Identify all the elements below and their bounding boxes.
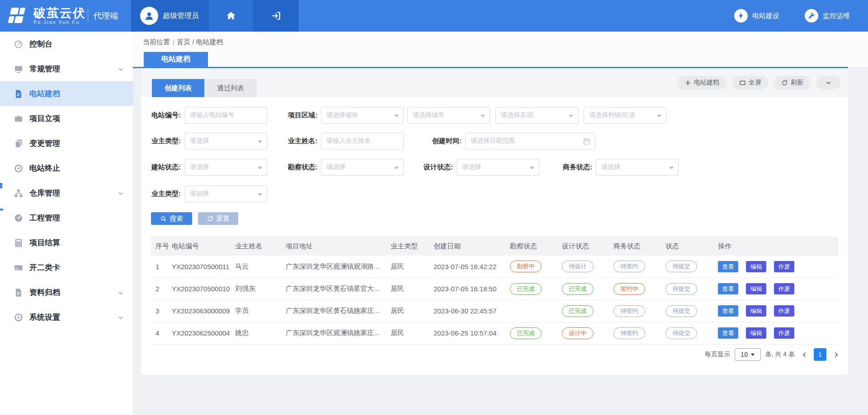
next-page-button[interactable] <box>831 348 841 361</box>
brand-logo: 破茧云伏 Po Jian Yun Fu 代理端 <box>0 0 131 32</box>
sidebar-item-console[interactable]: 控制台 <box>0 32 133 56</box>
date-range-input[interactable]: 请选择日期范围 <box>465 133 595 149</box>
user-menu[interactable]: 超级管理员 <box>131 0 208 32</box>
wrench-icon <box>805 9 818 23</box>
sidebar-item-engineering-mgmt[interactable]: 工程管理 <box>0 205 133 230</box>
column-header: 电站编号 <box>172 237 235 256</box>
void-button[interactable]: 作废 <box>774 283 794 294</box>
table-row: 4 YX2023062500004 姚忠 广东深圳龙华区观澜镇姚家庄... 居民… <box>151 322 838 344</box>
view-button[interactable]: 查看 <box>718 327 738 339</box>
view-button[interactable]: 查看 <box>718 305 738 317</box>
caret-down-icon <box>657 115 661 117</box>
sidebar-item-warehouse-mgmt[interactable]: 仓库管理 <box>0 181 133 205</box>
sidebar-item-project-settlement[interactable]: 项目结算 <box>0 230 133 255</box>
edit-button[interactable]: 编辑 <box>746 327 766 339</box>
sidebar-item-label: 开二类卡 <box>29 262 60 273</box>
page-tab-station-filing[interactable]: 电站建档 <box>144 52 208 67</box>
business-status-select[interactable]: 请选择 <box>596 159 679 176</box>
logout-button[interactable] <box>254 0 299 32</box>
sidebar-item-label: 变更管理 <box>29 138 60 149</box>
refresh-button[interactable]: 刷新 <box>774 76 811 89</box>
caret-down-icon <box>569 115 573 117</box>
card-header-band: 创建列表 通过列表 电站建档 全屏 刷新 <box>141 68 848 97</box>
sidebar-item-label: 电站终止 <box>29 163 60 173</box>
placeholder: 请选择县/区 <box>501 111 534 119</box>
view-button[interactable]: 查看 <box>718 283 738 294</box>
sidebar-item-station-filing[interactable]: 电站建档 <box>0 81 133 106</box>
gauge-icon <box>14 39 24 49</box>
fullscreen-button[interactable]: 全屏 <box>732 76 769 89</box>
nav-monitor-ops[interactable]: 监控运维 <box>805 9 850 23</box>
search-button[interactable]: 搜索 <box>151 212 192 225</box>
caret-down-icon <box>751 354 755 356</box>
tab-create-list[interactable]: 创建列表 <box>152 79 204 97</box>
station-no-input[interactable]: 请输入电站编号 <box>184 107 267 124</box>
county-select[interactable]: 请选择县/区 <box>495 107 578 124</box>
table-row: 3 YX2023063000009 学员 广东深圳龙华区黄石镇姚家庄... 居民… <box>151 300 838 322</box>
station-table: 序号 电站编号 业主姓名 项目地址 业主类型 创建日期 勘察状态 设计状态 商务… <box>151 237 838 345</box>
column-header: 创建日期 <box>434 237 510 256</box>
view-button[interactable]: 查看 <box>718 261 738 272</box>
owner-type2-select[interactable]: 请选择 <box>184 186 267 202</box>
column-header: 设计状态 <box>562 237 613 256</box>
sidebar-item-type2-card[interactable]: 开二类卡 <box>0 255 133 280</box>
sidebar-item-change-mgmt[interactable]: 变更管理 <box>0 131 133 156</box>
chevron-down-icon <box>118 66 124 75</box>
owner-type-select[interactable]: 请选择 <box>184 133 267 149</box>
caret-down-icon <box>258 193 262 196</box>
copy-icon <box>14 139 24 149</box>
void-button[interactable]: 作废 <box>774 327 794 339</box>
sidebar-item-general-mgmt[interactable]: 常规管理 <box>0 56 133 81</box>
placeholder: 请输入电站编号 <box>190 111 234 119</box>
reset-button[interactable]: 重置 <box>198 212 238 225</box>
page-number-1[interactable]: 1 <box>814 348 826 361</box>
placeholder: 请选择日期范围 <box>471 137 515 145</box>
refresh-icon <box>781 79 788 86</box>
top-header: 破茧云伏 Po Jian Yun Fu 代理端 超级管理员 电站建设 <box>0 0 868 32</box>
column-header: 状态 <box>665 237 718 256</box>
portal-label: 代理端 <box>94 10 118 21</box>
city-select[interactable]: 请选择城市 <box>407 107 490 124</box>
sidebar-item-system-settings[interactable]: 系统设置 <box>0 305 133 330</box>
status-badge: 已完成 <box>510 327 542 339</box>
field-label: 业主类型: <box>147 190 181 198</box>
avatar <box>140 7 158 25</box>
nav-station-construction[interactable]: 电站建设 <box>734 9 779 23</box>
caret-down-icon <box>530 167 534 169</box>
calendar-icon <box>583 137 591 145</box>
void-button[interactable]: 作废 <box>774 261 794 272</box>
survey-status-select[interactable]: 请选择 <box>321 159 404 176</box>
brand-logo-icon <box>7 6 29 25</box>
edit-button[interactable]: 编辑 <box>746 283 766 294</box>
edit-button[interactable]: 编辑 <box>746 261 766 272</box>
placeholder: 请选择 <box>601 163 620 171</box>
chevron-down-icon <box>118 190 124 199</box>
user-icon <box>143 10 155 22</box>
province-select[interactable]: 请选择省份 <box>321 107 404 124</box>
per-page-select[interactable]: 10 <box>735 348 761 361</box>
nav-label: 监控运维 <box>823 12 850 20</box>
field-label: 设计状态: <box>420 163 453 172</box>
breadcrumb-label: 当前位置： <box>143 38 177 46</box>
sidebar-item-project-initiation[interactable]: 项目立项 <box>0 106 133 131</box>
void-button[interactable]: 作废 <box>774 305 794 317</box>
home-button[interactable] <box>208 0 254 32</box>
edit-button[interactable]: 编辑 <box>746 305 766 317</box>
sidebar-item-label: 常规管理 <box>29 64 60 74</box>
owner-name-input[interactable]: 请输入业主姓名 <box>321 133 404 149</box>
build-status-select[interactable]: 请选择 <box>184 159 267 176</box>
sidebar-item-data-archive[interactable]: 资料归档 <box>0 280 133 305</box>
create-station-button[interactable]: 电站建档 <box>677 76 726 89</box>
collapse-toolbar-button[interactable] <box>816 76 841 89</box>
tab-passed-list[interactable]: 通过列表 <box>204 79 257 97</box>
per-page-label: 每页显示 <box>705 350 730 359</box>
brand-subtitle: Po Jian Yun Fu <box>33 19 86 25</box>
sidebar-item-station-termination[interactable]: 电站终止 <box>0 156 133 181</box>
placeholder: 请选择 <box>326 163 345 171</box>
design-status-select[interactable]: 请选择 <box>457 159 539 176</box>
town-select[interactable]: 请选择村镇/街道 <box>584 107 666 124</box>
chevron-down-icon <box>118 314 124 323</box>
caret-down-icon <box>258 140 262 143</box>
prev-page-button[interactable] <box>799 348 809 361</box>
brand-title: 破茧云伏 <box>33 7 86 19</box>
